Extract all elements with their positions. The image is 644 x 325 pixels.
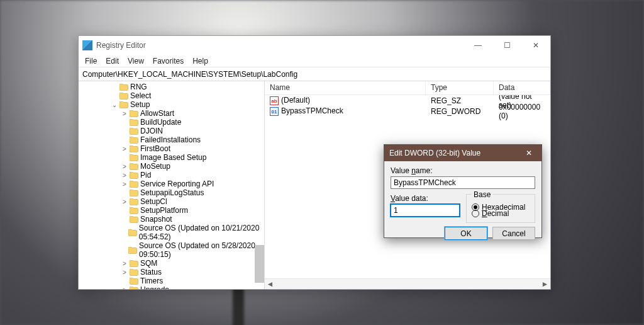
tree-node-label: DJOIN xyxy=(140,127,163,135)
value-name-input[interactable] xyxy=(391,176,535,189)
tree-node[interactable]: Image Based Setup xyxy=(79,153,264,162)
tree-node-label: FirstBoot xyxy=(140,144,170,153)
tree-node[interactable]: FailedInstallations xyxy=(79,135,264,144)
chevron-right-icon[interactable]: > xyxy=(121,198,128,205)
tree-node-label: Select xyxy=(130,91,151,100)
horizontal-scrollbar[interactable]: ◄ ► xyxy=(265,278,550,289)
ok-button[interactable]: OK xyxy=(445,227,487,240)
value-data-input[interactable] xyxy=(391,204,460,217)
tree-node[interactable]: Select xyxy=(79,91,264,100)
tree-node-label: Pid xyxy=(140,171,151,180)
tree-node-label: Source OS (Updated on 10/21/2020 05:54:5… xyxy=(139,224,260,241)
base-group: Base Hexadecimal Decimal xyxy=(466,194,535,223)
chevron-down-icon[interactable]: ⌄ xyxy=(111,101,118,108)
close-button[interactable]: ✕ xyxy=(521,36,550,55)
scrollbar-thumb[interactable] xyxy=(255,245,264,283)
dialog-titlebar[interactable]: Edit DWORD (32-bit) Value ✕ xyxy=(384,145,541,161)
tree-pane[interactable]: RNGSelect⌄Setup>AllowStartBuildUpdateDJO… xyxy=(79,81,265,289)
tree-node-label: Service Reporting API xyxy=(140,180,214,188)
scroll-left-icon[interactable]: ◄ xyxy=(265,279,275,290)
tree-node-label: MoSetup xyxy=(140,162,170,171)
tree-node-label: Status xyxy=(140,268,162,277)
folder-icon xyxy=(128,247,137,254)
tree-node[interactable]: >SQM xyxy=(79,259,264,268)
folder-icon xyxy=(130,207,138,214)
tree-node-label: Setup xyxy=(130,100,150,109)
menu-edit[interactable]: Edit xyxy=(106,57,119,66)
value-name: BypassTPMCheck xyxy=(281,106,343,115)
tree-node-label: Source OS (Updated on 5/28/2020 09:50:15… xyxy=(139,241,260,259)
chevron-right-icon[interactable]: > xyxy=(121,260,128,267)
tree-node[interactable]: >FirstBoot xyxy=(79,144,264,153)
base-legend: Base xyxy=(472,190,492,199)
folder-icon xyxy=(130,110,138,117)
minimize-button[interactable]: — xyxy=(464,36,492,55)
chevron-right-icon[interactable]: > xyxy=(121,110,128,117)
tree-node[interactable]: >Service Reporting API xyxy=(79,180,264,188)
dialog-title: Edit DWORD (32-bit) Value xyxy=(389,149,516,157)
chevron-right-icon[interactable]: > xyxy=(121,145,128,152)
registry-value-row[interactable]: 01BypassTPMCheckREG_DWORD0x00000000 (0) xyxy=(265,106,550,117)
maximize-button[interactable]: ☐ xyxy=(492,36,521,55)
value-name: (Default) xyxy=(281,96,310,105)
tree-node[interactable]: BuildUpdate xyxy=(79,118,264,127)
chevron-right-icon[interactable]: > xyxy=(121,163,128,170)
menu-favorites[interactable]: Favorites xyxy=(153,57,184,66)
folder-icon xyxy=(130,137,138,144)
tree-node[interactable]: >Pid xyxy=(79,171,264,180)
tree-node[interactable]: RNG xyxy=(79,83,264,91)
tree-node[interactable]: >AllowStart xyxy=(79,109,264,118)
dialog-close-button[interactable]: ✕ xyxy=(516,145,541,161)
tree-node[interactable]: Source OS (Updated on 10/21/2020 05:54:5… xyxy=(79,224,264,241)
menu-file[interactable]: File xyxy=(85,57,97,66)
list-header-row[interactable]: Name Type Data xyxy=(265,81,550,95)
menu-bar: File Edit View Favorites Help xyxy=(79,55,550,67)
chevron-right-icon[interactable]: > xyxy=(121,287,128,290)
tree-node[interactable]: ⌄Setup xyxy=(79,100,264,109)
tree-node[interactable]: SetupPlatform xyxy=(79,206,264,215)
tree-node-label: FailedInstallations xyxy=(140,135,201,144)
reg-string-icon: ab xyxy=(270,96,279,105)
folder-icon xyxy=(128,229,137,236)
tree-node[interactable]: Snapshot xyxy=(79,215,264,224)
tree-node[interactable]: SetupapiLogStatus xyxy=(79,188,264,197)
value-data: 0x00000000 (0) xyxy=(494,103,550,120)
chevron-right-icon[interactable]: > xyxy=(121,269,128,276)
column-header-name[interactable]: Name xyxy=(265,81,426,94)
tree-node[interactable]: >SetupCl xyxy=(79,197,264,206)
window-titlebar[interactable]: Registry Editor — ☐ ✕ xyxy=(79,36,550,55)
column-header-type[interactable]: Type xyxy=(426,81,494,94)
folder-icon xyxy=(130,163,138,170)
menu-view[interactable]: View xyxy=(128,57,144,66)
menu-help[interactable]: Help xyxy=(192,57,208,66)
address-text: Computer\HKEY_LOCAL_MACHINE\SYSTEM\Setup… xyxy=(82,70,297,79)
folder-icon xyxy=(130,172,138,179)
folder-icon xyxy=(119,93,128,100)
tree-node-label: SetupCl xyxy=(140,197,167,206)
reg-dword-icon: 01 xyxy=(270,107,279,116)
tree-node-label: Snapshot xyxy=(140,215,172,224)
folder-icon xyxy=(130,119,138,126)
tree-node[interactable]: >Upgrade xyxy=(79,285,264,289)
chevron-right-icon[interactable]: > xyxy=(121,181,128,188)
value-name-label: Value name: xyxy=(391,166,535,175)
tree-node-label: BuildUpdate xyxy=(140,118,181,127)
tree-node[interactable]: Timers xyxy=(79,277,264,285)
tree-node[interactable]: >MoSetup xyxy=(79,162,264,171)
app-icon xyxy=(82,40,92,50)
column-header-data[interactable]: Data xyxy=(494,81,550,94)
tree-node[interactable]: >Status xyxy=(79,268,264,277)
tree-node-label: Image Based Setup xyxy=(140,153,206,162)
tree-node[interactable]: Source OS (Updated on 5/28/2020 09:50:15… xyxy=(79,241,264,259)
chevron-right-icon[interactable]: > xyxy=(121,172,128,179)
address-bar[interactable]: Computer\HKEY_LOCAL_MACHINE\SYSTEM\Setup… xyxy=(79,67,550,81)
tree-node[interactable]: DJOIN xyxy=(79,127,264,135)
folder-icon xyxy=(130,190,138,197)
scroll-right-icon[interactable]: ► xyxy=(540,279,550,290)
folder-icon xyxy=(119,101,128,108)
cancel-button[interactable]: Cancel xyxy=(492,227,535,240)
folder-icon xyxy=(130,269,138,276)
tree-node-label: SetupPlatform xyxy=(140,206,188,215)
tree-node-label: Upgrade xyxy=(140,285,169,289)
tree-node-label: RNG xyxy=(130,83,147,91)
